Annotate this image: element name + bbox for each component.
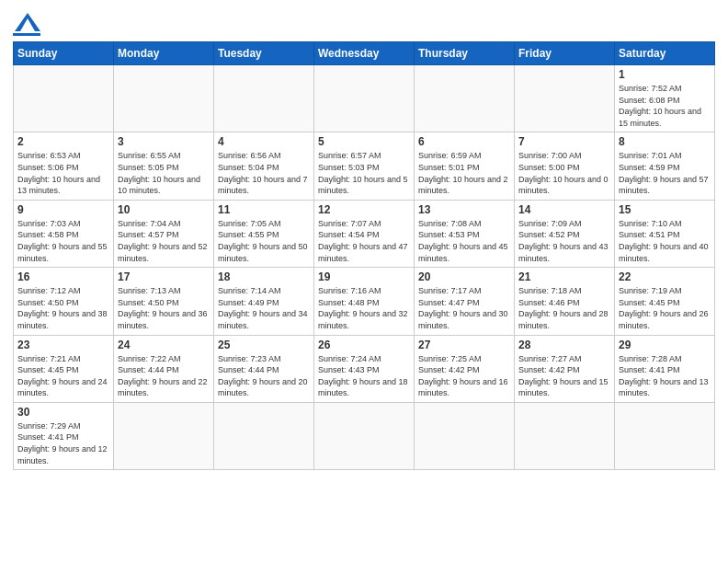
day-info: Sunrise: 6:53 AM Sunset: 5:06 PM Dayligh… <box>17 150 109 196</box>
calendar-cell: 23Sunrise: 7:21 AM Sunset: 4:45 PM Dayli… <box>14 335 114 402</box>
day-number: 21 <box>518 270 610 283</box>
day-info: Sunrise: 6:57 AM Sunset: 5:03 PM Dayligh… <box>318 150 410 196</box>
calendar-cell <box>615 402 715 469</box>
day-info: Sunrise: 7:23 AM Sunset: 4:44 PM Dayligh… <box>218 353 310 399</box>
logo-icon <box>15 13 40 31</box>
day-info: Sunrise: 7:18 AM Sunset: 4:46 PM Dayligh… <box>518 285 610 331</box>
calendar-cell <box>314 65 415 132</box>
logo-line <box>13 33 40 36</box>
header-saturday: Saturday <box>615 42 715 65</box>
calendar-cell <box>214 402 314 469</box>
day-number: 11 <box>218 203 310 216</box>
calendar-cell: 28Sunrise: 7:27 AM Sunset: 4:42 PM Dayli… <box>515 335 615 402</box>
calendar-cell <box>415 65 515 132</box>
day-info: Sunrise: 7:17 AM Sunset: 4:47 PM Dayligh… <box>418 285 510 331</box>
week-row-5: 30Sunrise: 7:29 AM Sunset: 4:41 PM Dayli… <box>14 402 715 469</box>
day-info: Sunrise: 7:01 AM Sunset: 4:59 PM Dayligh… <box>619 150 711 196</box>
day-info: Sunrise: 7:52 AM Sunset: 6:08 PM Dayligh… <box>619 83 711 129</box>
calendar-cell <box>14 65 114 132</box>
calendar-cell: 22Sunrise: 7:19 AM Sunset: 4:45 PM Dayli… <box>615 268 715 335</box>
logo <box>13 9 40 36</box>
header-thursday: Thursday <box>415 42 515 65</box>
day-info: Sunrise: 7:00 AM Sunset: 5:00 PM Dayligh… <box>518 150 610 196</box>
calendar-cell: 4Sunrise: 6:56 AM Sunset: 5:04 PM Daylig… <box>214 132 314 200</box>
day-number: 29 <box>619 339 711 351</box>
calendar-cell: 26Sunrise: 7:24 AM Sunset: 4:43 PM Dayli… <box>314 335 415 402</box>
day-info: Sunrise: 7:29 AM Sunset: 4:41 PM Dayligh… <box>17 420 109 466</box>
calendar-cell: 2Sunrise: 6:53 AM Sunset: 5:06 PM Daylig… <box>14 132 114 200</box>
day-number: 22 <box>619 270 711 283</box>
calendar-cell: 25Sunrise: 7:23 AM Sunset: 4:44 PM Dayli… <box>214 335 314 402</box>
day-info: Sunrise: 6:55 AM Sunset: 5:05 PM Dayligh… <box>118 150 210 196</box>
day-number: 24 <box>118 339 210 351</box>
day-info: Sunrise: 7:12 AM Sunset: 4:50 PM Dayligh… <box>17 285 109 331</box>
calendar-cell <box>314 402 415 469</box>
calendar-cell: 27Sunrise: 7:25 AM Sunset: 4:42 PM Dayli… <box>415 335 515 402</box>
day-number: 5 <box>318 135 410 148</box>
day-info: Sunrise: 7:28 AM Sunset: 4:41 PM Dayligh… <box>619 353 711 399</box>
day-number: 20 <box>418 270 510 283</box>
calendar-cell <box>515 402 615 469</box>
calendar-cell: 11Sunrise: 7:05 AM Sunset: 4:55 PM Dayli… <box>214 200 314 267</box>
day-number: 3 <box>118 135 210 148</box>
calendar-cell: 6Sunrise: 6:59 AM Sunset: 5:01 PM Daylig… <box>415 132 515 200</box>
day-info: Sunrise: 7:22 AM Sunset: 4:44 PM Dayligh… <box>118 353 210 399</box>
calendar-cell: 20Sunrise: 7:17 AM Sunset: 4:47 PM Dayli… <box>415 268 515 335</box>
header-friday: Friday <box>515 42 615 65</box>
page: Sunday Monday Tuesday Wednesday Thursday… <box>0 0 728 563</box>
calendar-cell: 21Sunrise: 7:18 AM Sunset: 4:46 PM Dayli… <box>515 268 615 335</box>
day-info: Sunrise: 7:08 AM Sunset: 4:53 PM Dayligh… <box>418 218 510 264</box>
calendar-cell: 13Sunrise: 7:08 AM Sunset: 4:53 PM Dayli… <box>415 200 515 267</box>
day-number: 4 <box>218 135 310 148</box>
day-number: 17 <box>118 270 210 283</box>
week-row-3: 16Sunrise: 7:12 AM Sunset: 4:50 PM Dayli… <box>14 268 715 335</box>
calendar-table: Sunday Monday Tuesday Wednesday Thursday… <box>13 41 715 470</box>
day-info: Sunrise: 6:56 AM Sunset: 5:04 PM Dayligh… <box>218 150 310 196</box>
day-info: Sunrise: 7:14 AM Sunset: 4:49 PM Dayligh… <box>218 285 310 331</box>
calendar-cell <box>114 65 214 132</box>
calendar-cell: 14Sunrise: 7:09 AM Sunset: 4:52 PM Dayli… <box>515 200 615 267</box>
calendar-cell <box>415 402 515 469</box>
week-row-2: 9Sunrise: 7:03 AM Sunset: 4:58 PM Daylig… <box>14 200 715 267</box>
week-row-1: 2Sunrise: 6:53 AM Sunset: 5:06 PM Daylig… <box>14 132 715 200</box>
calendar-cell: 5Sunrise: 6:57 AM Sunset: 5:03 PM Daylig… <box>314 132 415 200</box>
calendar-cell: 17Sunrise: 7:13 AM Sunset: 4:50 PM Dayli… <box>114 268 214 335</box>
day-number: 13 <box>418 203 510 216</box>
calendar-cell: 10Sunrise: 7:04 AM Sunset: 4:57 PM Dayli… <box>114 200 214 267</box>
day-number: 19 <box>318 270 410 283</box>
calendar-cell <box>114 402 214 469</box>
day-info: Sunrise: 7:24 AM Sunset: 4:43 PM Dayligh… <box>318 353 410 399</box>
day-info: Sunrise: 7:21 AM Sunset: 4:45 PM Dayligh… <box>17 353 109 399</box>
calendar-cell: 1Sunrise: 7:52 AM Sunset: 6:08 PM Daylig… <box>615 65 715 132</box>
day-number: 12 <box>318 203 410 216</box>
day-number: 7 <box>518 135 610 148</box>
week-row-4: 23Sunrise: 7:21 AM Sunset: 4:45 PM Dayli… <box>14 335 715 402</box>
day-number: 6 <box>418 135 510 148</box>
header-sunday: Sunday <box>14 42 114 65</box>
day-info: Sunrise: 7:13 AM Sunset: 4:50 PM Dayligh… <box>118 285 210 331</box>
header-tuesday: Tuesday <box>214 42 314 65</box>
day-number: 14 <box>518 203 610 216</box>
day-number: 25 <box>218 339 310 351</box>
header <box>13 9 715 36</box>
day-info: Sunrise: 7:16 AM Sunset: 4:48 PM Dayligh… <box>318 285 410 331</box>
day-number: 30 <box>17 406 109 419</box>
day-number: 18 <box>218 270 310 283</box>
day-number: 8 <box>619 135 711 148</box>
logo-text <box>13 13 40 31</box>
calendar-cell: 9Sunrise: 7:03 AM Sunset: 4:58 PM Daylig… <box>14 200 114 267</box>
day-info: Sunrise: 6:59 AM Sunset: 5:01 PM Dayligh… <box>418 150 510 196</box>
calendar-cell: 18Sunrise: 7:14 AM Sunset: 4:49 PM Dayli… <box>214 268 314 335</box>
day-number: 28 <box>518 339 610 351</box>
day-number: 10 <box>118 203 210 216</box>
calendar-cell: 29Sunrise: 7:28 AM Sunset: 4:41 PM Dayli… <box>615 335 715 402</box>
day-info: Sunrise: 7:27 AM Sunset: 4:42 PM Dayligh… <box>518 353 610 399</box>
day-number: 2 <box>17 135 109 148</box>
calendar-cell: 16Sunrise: 7:12 AM Sunset: 4:50 PM Dayli… <box>14 268 114 335</box>
day-info: Sunrise: 7:19 AM Sunset: 4:45 PM Dayligh… <box>619 285 711 331</box>
day-info: Sunrise: 7:04 AM Sunset: 4:57 PM Dayligh… <box>118 218 210 264</box>
day-info: Sunrise: 7:05 AM Sunset: 4:55 PM Dayligh… <box>218 218 310 264</box>
day-number: 1 <box>619 68 711 81</box>
day-number: 16 <box>17 270 109 283</box>
header-monday: Monday <box>114 42 214 65</box>
